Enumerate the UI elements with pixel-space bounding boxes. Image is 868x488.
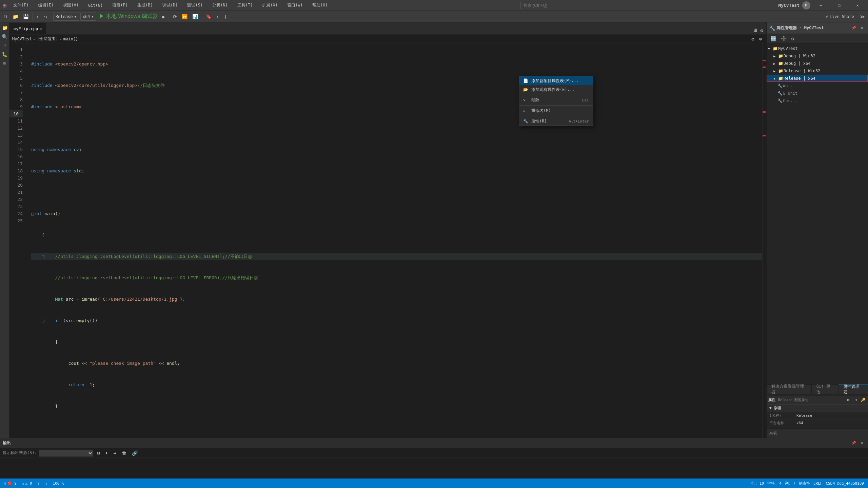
prop-tb-settings[interactable]: ⚙ [790,35,796,42]
toolbar-redo[interactable]: ↪ [42,13,48,20]
status-encoding[interactable]: CRLF [812,478,824,488]
minimize-button[interactable]: — [813,0,829,11]
title-search-input[interactable] [520,2,588,9]
output-scroll-icon[interactable]: ⬇ [103,449,110,457]
scrollbar-track[interactable] [762,43,766,438]
prop-grid-icon[interactable]: ⊞ [845,397,852,403]
toolbar-open[interactable]: 📁 [11,13,20,20]
config-arrow: ▾ [74,14,76,19]
prop-tb-new[interactable]: 🆕 [769,35,778,42]
split-editor-icon[interactable]: ⊞ [752,26,759,34]
menu-view[interactable]: 视图(V) [60,1,81,10]
breadcrumb-settings[interactable]: ⚙ [750,35,756,43]
ctx-rename[interactable]: ✏ 重命名(M) [519,106,593,115]
status-line[interactable]: 行: 10 [750,478,766,488]
output-filter-icon[interactable]: ⊟ [95,449,101,457]
output-pin-icon[interactable]: 📌 [850,440,857,447]
menu-test[interactable]: 测试(S) [184,1,205,10]
breadcrumb-scope[interactable]: (全局范围) [37,36,58,42]
output-clear-icon[interactable]: 🗑 [120,449,128,457]
prop-tb-add[interactable]: ➕ [779,35,788,42]
menu-tools[interactable]: 工具(T) [235,1,256,10]
output-open-icon[interactable]: 🔗 [130,449,139,457]
tab-solution-explorer[interactable]: 解决方案资源管理器 [767,384,812,394]
toolbar-new[interactable]: 🗋 [1,13,9,20]
config-dropdown[interactable]: Release ▾ [53,13,79,21]
toolbar-nav-prev[interactable]: ⟨ [215,13,221,20]
tab-close-icon[interactable]: ✕ [40,27,42,31]
prop-key-icon[interactable]: 🔑 [860,397,867,403]
toolbar-undo[interactable]: ↩ [35,13,41,20]
tree-item-debug-x64[interactable]: ▶ 📁 Debug | x64 [767,60,868,67]
menu-help[interactable]: 帮助(H) [310,1,331,10]
menu-file[interactable]: 文件(F) [11,1,32,10]
breadcrumb-split[interactable]: ⊕ [757,35,764,43]
ctx-properties[interactable]: 🔧 属性(R) Alt+Enter [519,117,593,126]
tree-item-release-win32[interactable]: ▶ 📁 Release | Win32 [767,67,868,75]
menu-git[interactable]: Git(G) [85,2,105,9]
toolbar-more[interactable]: ≫ [858,13,867,20]
panel-pin-icon[interactable]: 📌 [850,25,857,32]
toolbar-step-back[interactable]: ⟳ [171,13,179,20]
tab-prop-manager[interactable]: 属性管理器 [839,384,868,394]
status-table[interactable]: 制表符 [797,478,811,488]
activity-debug[interactable]: 🐛 [1,50,9,58]
activity-extensions[interactable]: ⊞ [1,59,9,67]
misc-collapse-icon[interactable]: ▼ [769,406,772,410]
breadcrumb-project[interactable]: MyCVTest [12,37,32,41]
ctx-add-new-prop[interactable]: 📄 添加新项目属性表(P)... [519,76,593,85]
menu-window[interactable]: 窗口(W) [284,1,305,10]
editor-settings-icon[interactable]: ⚙ [759,27,765,34]
toolbar-step[interactable]: ⏩ [180,13,189,20]
menu-debug[interactable]: 调试(D) [160,1,181,10]
toolbar-attach[interactable]: ▶ [161,13,167,20]
close-button[interactable]: ✕ [850,0,865,11]
toolbar-bookmark[interactable]: 🔖 [204,13,213,20]
status-zoom[interactable]: 100 % [52,478,65,488]
toolbar-nav-next[interactable]: ⟩ [222,13,229,20]
activity-explorer[interactable]: 📁 [1,24,9,32]
output-wrap-icon[interactable]: ↩ [112,449,118,457]
code-editor[interactable]: 1 2 3 4 5 6 7 8 9 10 11 12 13 14 15 16 1… [9,43,766,438]
panel-close-icon[interactable]: ✕ [859,25,865,32]
platform-dropdown[interactable]: x64 ▾ [80,13,96,21]
menu-edit[interactable]: 编辑(E) [36,1,57,10]
status-nav-down[interactable]: ↓ [44,478,49,488]
toolbar-save[interactable]: 💾 [21,13,31,20]
prop-sort-icon[interactable]: ⊟ [852,397,859,403]
ctx-remove-icon: ✕ [523,98,529,102]
menu-project[interactable]: 项目(P) [110,1,131,10]
panel-settings-icon[interactable]: 🔧 [769,25,775,31]
status-warnings[interactable]: ⚠ ⚠ 0 [21,478,34,488]
tree-item-unit[interactable]: 🔧 & Unit [767,90,868,97]
activity-git[interactable]: ⑂ [1,41,9,50]
activity-search[interactable]: 🔍 [1,33,9,41]
status-char[interactable]: 字符: 4 [766,478,783,488]
restore-button[interactable]: ❐ [831,0,847,11]
menu-analyze[interactable]: 分析(N) [210,1,231,10]
title-bar: ⊞ 文件(F) 编辑(E) 视图(V) Git(G) 项目(P) 生成(B) 调… [0,0,868,11]
tree-item-debug-win32[interactable]: ▶ 📁 Debug | Win32 [767,52,868,60]
tree-item-whp[interactable]: 🔧 Wh... [767,82,868,90]
tree-item-root[interactable]: ▼ 📁 MyCVTest [767,45,868,52]
tree-item-release-x64[interactable]: ▼ 📁 Release | x64 [767,75,868,82]
breadcrumb-fn[interactable]: main() [63,37,78,41]
status-errors[interactable]: ⊗ 🔴 9 [3,478,18,488]
output-close-icon[interactable]: ✕ [859,440,865,447]
run-button[interactable]: ▶ 本地 Windows 调试器 [98,12,159,21]
code-content[interactable]: #include <opencv2/opencv.hpp> #include <… [27,43,766,438]
status-nav-up[interactable]: ↑ [36,478,41,488]
menu-extensions[interactable]: 扩展(X) [259,1,280,10]
prop-manager-title: 属性管理器 - MyCVTest [776,25,849,31]
toolbar-sep-1 [33,13,33,20]
live-share-button[interactable]: ⚡ Live Share [823,13,857,20]
tab-myflip[interactable]: myFlip.cpp ✕ [9,23,46,34]
tab-git-changes[interactable]: Git 更改 [812,384,839,394]
menu-build[interactable]: 生成(B) [135,1,156,10]
ctx-remove[interactable]: ✕ 移除 Del [519,96,593,105]
toolbar-perf[interactable]: 📊 [191,13,200,20]
status-col[interactable]: 列: 7 [784,478,797,488]
tree-item-cor[interactable]: 🔧 Cor... [767,97,868,105]
ctx-add-existing-prop[interactable]: 📂 添加现有属性表(E)... [519,85,593,94]
output-source-select[interactable] [39,450,93,456]
